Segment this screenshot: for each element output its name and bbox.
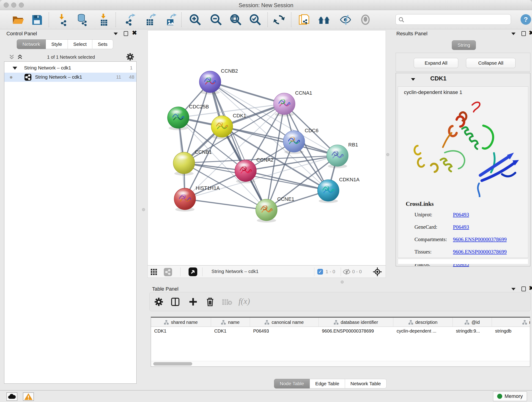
node-CDKN1A[interactable] <box>317 180 339 203</box>
memory-status-button[interactable]: Memory <box>493 391 527 401</box>
toolbar-search-field[interactable] <box>395 14 511 25</box>
collapse-all-button[interactable]: Collapse All <box>466 58 515 68</box>
right-splitter-handle[interactable] <box>386 153 389 156</box>
hide-graphics-details-button[interactable] <box>339 13 352 26</box>
node-CCNE1[interactable] <box>256 199 277 223</box>
crosslink-label: GeneCard: <box>414 224 437 230</box>
zoom-in-button[interactable] <box>189 13 202 26</box>
crosslink-link[interactable]: P06493 <box>453 212 469 218</box>
cell-namespace[interactable]: stringdb <box>492 327 530 335</box>
selected-checkbox-icon[interactable]: ✓ <box>317 269 323 274</box>
column-header-database-identifier[interactable]: database identifier <box>319 318 393 327</box>
table-options-gear-icon[interactable] <box>155 298 163 306</box>
node-CCNB1[interactable] <box>173 152 195 176</box>
network-graph[interactable]: CCNB2CCNA1CDC25BCDK1CDC6RB1CCNB1CCNA2CDK… <box>148 31 386 265</box>
control-panel-menu-caret-icon[interactable] <box>114 32 118 35</box>
network-overview-houses-button[interactable] <box>318 13 331 26</box>
edge-CCNB2-CCNA1[interactable] <box>210 82 284 104</box>
table-panel-menu-caret-icon[interactable] <box>511 288 515 290</box>
table-row[interactable]: CDK1CDK1P064939606.ENSP00000378699cyclin… <box>151 327 530 335</box>
column-header-name[interactable]: name <box>211 318 250 327</box>
birds-eye-view-icon[interactable] <box>373 267 382 276</box>
table-horizontal-scrollbar[interactable] <box>151 361 530 366</box>
network-view-icon[interactable] <box>164 268 172 276</box>
tab-style[interactable]: Style <box>46 39 68 49</box>
import-network-button[interactable] <box>56 13 69 26</box>
control-panel-close-button[interactable]: ✖ <box>132 30 137 35</box>
export-table-button[interactable] <box>144 13 157 26</box>
tab-network-table[interactable]: Network Table <box>345 379 387 389</box>
tab-node-table[interactable]: Node Table <box>274 379 310 389</box>
entry-collapse-caret-icon[interactable] <box>411 78 415 81</box>
tree-expand-caret-icon[interactable] <box>13 67 17 70</box>
node-RB1[interactable] <box>327 145 348 168</box>
zoom-fit-button[interactable] <box>229 13 242 26</box>
application-window: Session: New Session <box>0 0 532 402</box>
left-splitter-handle[interactable] <box>142 208 145 211</box>
warnings-status-button[interactable] <box>23 392 34 401</box>
zoom-out-button[interactable] <box>210 13 222 26</box>
separator <box>341 268 341 276</box>
bottom-splitter-handle[interactable] <box>341 281 344 283</box>
node-CDC25B[interactable] <box>167 107 189 130</box>
column-header-canonical-name[interactable]: canonical name <box>250 318 319 327</box>
column-header--id[interactable]: @id <box>453 318 492 327</box>
create-column-plus-icon[interactable] <box>189 297 198 306</box>
crosslink-link[interactable]: 9606.ENSP00000378699 <box>453 249 507 255</box>
results-panel-float-button[interactable] <box>521 31 526 36</box>
apply-layout-button[interactable] <box>273 13 285 26</box>
open-session-button[interactable] <box>12 13 24 26</box>
node-CCNA1[interactable] <box>273 93 295 116</box>
expand-all-chevrons-icon[interactable] <box>17 54 23 60</box>
collapse-all-chevrons-icon[interactable] <box>9 54 15 60</box>
cell-database-identifier[interactable]: 9606.ENSP00000378699 <box>319 327 393 335</box>
cloud-status-button[interactable] <box>6 392 17 401</box>
export-network-button[interactable] <box>123 13 136 26</box>
tab-select[interactable]: Select <box>68 39 92 49</box>
cell-canonical-name[interactable]: P06493 <box>250 327 319 335</box>
edge-HIST1H1A-CCNE1[interactable] <box>185 199 266 210</box>
results-panel-close-button[interactable]: ✖ <box>529 30 532 35</box>
show-columns-icon[interactable] <box>171 297 180 306</box>
node-CDC6[interactable] <box>283 131 305 154</box>
table-panel-close-button[interactable]: ✖ <box>529 286 532 291</box>
table-panel-float-button[interactable] <box>521 287 526 291</box>
scrollbar-thumb[interactable] <box>153 362 192 366</box>
crosslink-link[interactable]: 9606.ENSP00000378699 <box>453 236 507 242</box>
column-header-namespace[interactable]: namespace <box>492 318 530 327</box>
first-neighbors-button[interactable] <box>298 13 311 26</box>
cell-shared-name[interactable]: CDK1 <box>151 327 211 335</box>
network-options-gear-icon[interactable] <box>127 53 134 61</box>
collection-count: 1 <box>130 65 133 70</box>
help-button[interactable]: ? <box>520 14 532 25</box>
node-HIST1H1A[interactable] <box>174 188 196 211</box>
zoom-selected-button[interactable] <box>249 13 262 26</box>
results-panel-menu-caret-icon[interactable] <box>511 32 515 35</box>
cell-description[interactable]: cyclin-dependent ... <box>393 327 453 335</box>
open-in-window-icon[interactable] <box>189 268 197 276</box>
column-header-shared-name[interactable]: shared name <box>151 318 211 327</box>
tab-network[interactable]: Network <box>17 39 46 49</box>
crosslink-link[interactable]: P06493 <box>453 224 469 230</box>
save-session-button[interactable] <box>31 13 43 26</box>
results-panel-tab-string[interactable]: String <box>452 40 476 50</box>
tab-sets[interactable]: Sets <box>92 39 113 49</box>
cell--id[interactable]: stringdb:9... <box>453 327 492 335</box>
import-database-button[interactable] <box>75 13 88 26</box>
control-panel-float-button[interactable] <box>124 31 128 36</box>
status-bar-divider <box>0 390 532 390</box>
cell-name[interactable]: CDK1 <box>211 327 250 335</box>
expand-all-button[interactable]: Expand All <box>414 58 458 68</box>
network-collection-row[interactable]: String Network – cdk1 1 <box>4 64 136 73</box>
search-input[interactable] <box>406 15 507 24</box>
import-table-button[interactable] <box>97 13 110 26</box>
export-image-button[interactable] <box>164 13 177 26</box>
control-panel-tabs: NetworkStyleSelectSets <box>17 39 113 49</box>
show-graphics-details-button[interactable] <box>359 13 372 26</box>
network-row-selected[interactable]: String Network – cdk1 11 48 <box>4 73 136 82</box>
network-canvas[interactable]: CCNB2CCNA1CDC25BCDK1CDC6RB1CCNB1CCNA2CDK… <box>147 30 386 265</box>
grid-view-icon[interactable] <box>151 269 157 275</box>
delete-column-trash-icon[interactable] <box>206 297 214 306</box>
column-header-description[interactable]: description <box>393 318 453 327</box>
tab-edge-table[interactable]: Edge Table <box>310 379 345 389</box>
